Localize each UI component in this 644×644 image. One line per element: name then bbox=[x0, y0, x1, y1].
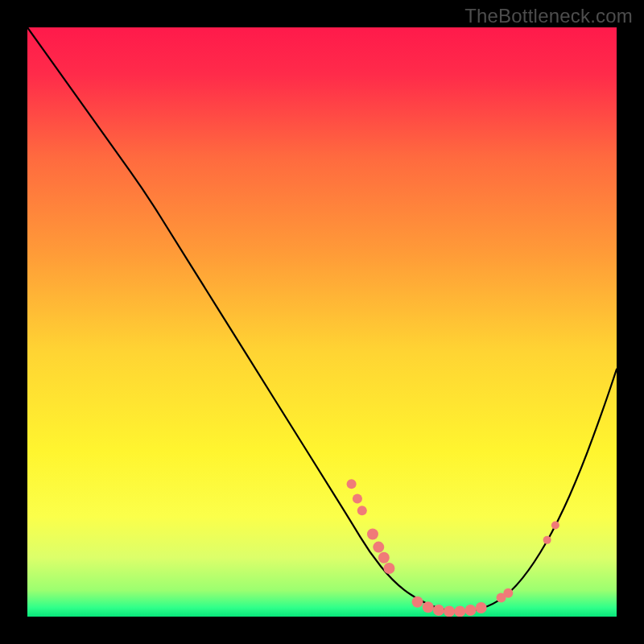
bottleneck-chart bbox=[27, 27, 617, 617]
data-marker bbox=[357, 506, 367, 515]
data-marker bbox=[454, 605, 465, 617]
data-marker bbox=[543, 536, 551, 544]
plot-area bbox=[27, 27, 617, 617]
data-marker bbox=[347, 479, 357, 489]
data-marker bbox=[476, 602, 487, 613]
attribution-label: TheBottleneck.com bbox=[464, 5, 633, 27]
data-marker bbox=[444, 605, 455, 617]
data-marker bbox=[412, 597, 423, 608]
data-marker bbox=[383, 563, 394, 574]
data-marker bbox=[367, 529, 378, 540]
data-marker bbox=[378, 552, 390, 564]
data-marker bbox=[353, 494, 362, 504]
chart-frame: TheBottleneck.com bbox=[0, 0, 644, 644]
data-marker bbox=[503, 588, 513, 598]
data-marker bbox=[464, 605, 476, 616]
gradient-background bbox=[27, 27, 617, 617]
data-marker bbox=[551, 522, 559, 530]
data-marker bbox=[373, 542, 384, 553]
data-marker bbox=[423, 601, 434, 613]
data-marker bbox=[433, 605, 444, 616]
